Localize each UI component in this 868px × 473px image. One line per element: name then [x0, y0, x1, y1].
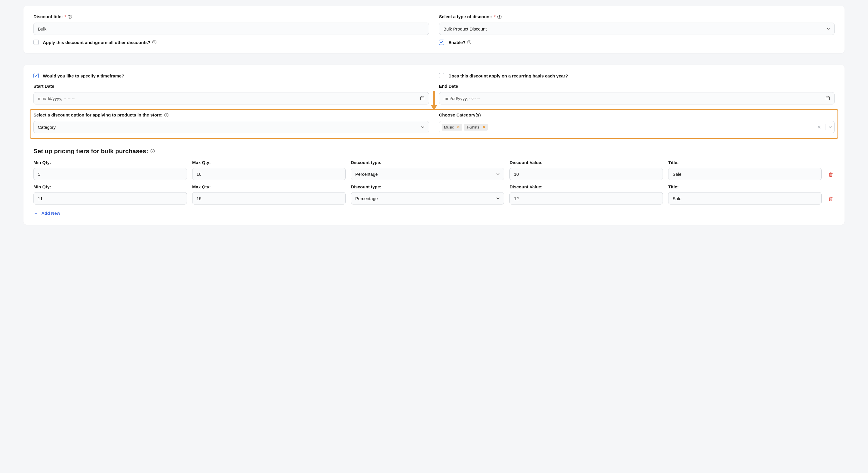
category-tag: Music ✕	[442, 124, 462, 131]
category-tags: Music ✕ T-Shirts ✕	[442, 124, 814, 131]
discount-type-label: Discount type:	[351, 160, 504, 165]
discount-option-label: Select a discount option for applying to…	[33, 113, 429, 117]
help-icon[interactable]: ?	[497, 15, 501, 19]
clear-all-icon[interactable]: ✕	[816, 124, 822, 130]
discount-type-label: Discount type:	[351, 184, 504, 189]
min-qty-label: Min Qty:	[33, 184, 187, 189]
max-qty-input[interactable]	[192, 168, 346, 180]
chevron-down-icon	[496, 172, 500, 176]
discount-title-input[interactable]	[33, 23, 429, 35]
tier-title-label: Title:	[668, 160, 822, 165]
help-icon[interactable]: ?	[68, 15, 72, 19]
min-qty-label: Min Qty:	[33, 160, 187, 165]
pricing-tiers-heading: Set up pricing tiers for bulk purchases:…	[33, 148, 835, 155]
svg-rect-4	[826, 97, 830, 100]
discount-config-card: Would you like to specify a timeframe? D…	[24, 65, 844, 225]
recurring-label: Does this discount apply on a recurring …	[448, 73, 568, 78]
tier-title-input[interactable]	[668, 192, 822, 204]
end-date-label: End Date	[439, 84, 835, 89]
enable-checkbox[interactable]	[439, 40, 444, 45]
remove-tag-icon[interactable]: ✕	[483, 125, 485, 129]
enable-label: Enable? ?	[448, 40, 471, 45]
max-qty-input[interactable]	[192, 192, 346, 204]
discount-basic-card: Discount title: * ? Select a type of dis…	[24, 6, 844, 53]
divider	[825, 124, 826, 130]
min-qty-input[interactable]	[33, 192, 187, 204]
start-date-label: Start Date	[33, 84, 429, 89]
highlight-annotation: Select a discount option for applying to…	[30, 109, 838, 139]
start-date-input[interactable]: mm/dd/yyyy, --:-- --	[33, 92, 429, 104]
add-tier-button[interactable]: ＋ Add New	[33, 210, 835, 217]
required-star-icon: *	[65, 14, 66, 19]
help-icon[interactable]: ?	[164, 113, 168, 117]
tier-title-label: Title:	[668, 184, 822, 189]
choose-category-label: Choose Category(s)	[439, 113, 835, 117]
recurring-checkbox[interactable]	[439, 73, 444, 78]
ignore-others-checkbox[interactable]	[33, 40, 39, 45]
tier-discount-type-select[interactable]: Percentage	[351, 192, 504, 204]
chevron-down-icon	[827, 27, 830, 31]
tier-row: Min Qty: Max Qty: Discount type: Percent…	[33, 184, 835, 204]
discount-type-select[interactable]: Bulk Product Discount	[439, 23, 835, 35]
chevron-down-icon	[496, 197, 500, 200]
calendar-icon	[420, 96, 425, 101]
chevron-down-icon	[421, 125, 425, 129]
discount-value-label: Discount Value:	[509, 184, 663, 189]
timeframe-label: Would you like to specify a timeframe?	[43, 73, 124, 78]
plus-icon: ＋	[33, 210, 38, 217]
help-icon[interactable]: ?	[151, 149, 155, 153]
help-icon[interactable]: ?	[467, 40, 471, 44]
chevron-down-icon	[828, 125, 832, 129]
max-qty-label: Max Qty:	[192, 184, 346, 189]
delete-tier-button[interactable]	[827, 196, 835, 204]
tier-title-input[interactable]	[668, 168, 822, 180]
discount-value-input[interactable]	[509, 168, 663, 180]
delete-tier-button[interactable]	[827, 172, 835, 180]
required-star-icon: *	[494, 14, 496, 19]
svg-rect-0	[421, 97, 424, 100]
discount-option-select[interactable]: Category	[33, 121, 429, 133]
end-date-input[interactable]: mm/dd/yyyy, --:-- --	[439, 92, 835, 104]
tier-row: Min Qty: Max Qty: Discount type: Percent…	[33, 160, 835, 180]
discount-value-input[interactable]	[509, 192, 663, 204]
discount-type-label: Select a type of discount: * ?	[439, 14, 835, 19]
ignore-others-label: Apply this discount and ignore all other…	[43, 40, 156, 45]
category-tag: T-Shirts ✕	[464, 124, 488, 131]
min-qty-input[interactable]	[33, 168, 187, 180]
tier-discount-type-select[interactable]: Percentage	[351, 168, 504, 180]
remove-tag-icon[interactable]: ✕	[457, 125, 460, 129]
discount-title-label: Discount title: * ?	[33, 14, 429, 19]
max-qty-label: Max Qty:	[192, 160, 346, 165]
timeframe-checkbox[interactable]	[33, 73, 39, 78]
discount-value-label: Discount Value:	[509, 160, 663, 165]
help-icon[interactable]: ?	[152, 40, 156, 44]
calendar-icon	[826, 96, 830, 101]
category-multiselect[interactable]: Music ✕ T-Shirts ✕ ✕	[439, 121, 835, 133]
